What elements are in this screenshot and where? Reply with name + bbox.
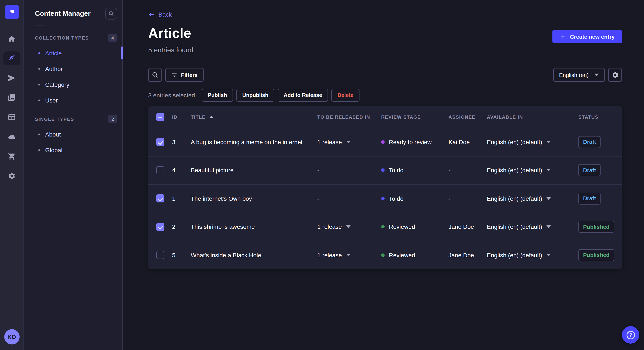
row-release-dropdown[interactable]: - <box>317 195 381 202</box>
nav-deploy-icon[interactable] <box>3 130 20 143</box>
row-checkbox[interactable] <box>156 138 164 146</box>
nav-content-manager-icon[interactable] <box>3 51 20 65</box>
chevron-down-icon <box>346 254 350 256</box>
row-review-stage: Reviewed <box>381 223 448 230</box>
stage-dot-icon <box>381 197 384 200</box>
rail-footer: KD <box>0 323 24 350</box>
nav-releases-icon[interactable] <box>3 71 20 85</box>
row-checkbox[interactable] <box>156 223 164 231</box>
view-settings-button[interactable] <box>608 68 622 82</box>
row-release-dropdown[interactable]: 1 release <box>317 139 381 146</box>
app-window: KD Content Manager COLLECTION TYPES 4 Ar… <box>0 0 644 350</box>
row-title[interactable]: Beautiful picture <box>191 167 317 174</box>
row-locale-dropdown[interactable]: English (en) (default) <box>487 139 578 146</box>
nav-settings-icon[interactable] <box>3 169 20 182</box>
chevron-down-icon <box>546 254 551 256</box>
unpublish-button[interactable]: Unpublish <box>236 89 274 102</box>
row-title[interactable]: The internet's Own boy <box>191 195 317 202</box>
nav-home-icon[interactable] <box>3 32 20 45</box>
sidebar-item-label: Global <box>45 147 62 153</box>
column-header-status[interactable]: STATUS <box>578 114 622 120</box>
publish-button[interactable]: Publish <box>202 89 233 102</box>
column-header-id[interactable]: ID <box>172 114 191 120</box>
row-locale-dropdown[interactable]: English (en) (default) <box>487 223 578 230</box>
row-release-dropdown[interactable]: 1 release <box>317 223 381 230</box>
chevron-down-icon <box>546 197 551 200</box>
column-header-assignee[interactable]: ASSIGNEE <box>448 114 487 120</box>
delete-button[interactable]: Delete <box>332 89 360 102</box>
sidebar-item-author[interactable]: Author <box>24 61 122 77</box>
row-title[interactable]: This shrimp is awesome <box>191 223 317 230</box>
entries-table: ID TITLE TO BE RELEASED IN REVIEW STAGE … <box>148 106 622 269</box>
row-checkbox[interactable] <box>156 194 164 203</box>
row-review-stage: To do <box>381 167 448 174</box>
strapi-logo[interactable] <box>4 5 19 19</box>
search-button[interactable] <box>148 68 162 82</box>
row-locale-dropdown[interactable]: English (en) (default) <box>487 252 578 259</box>
chevron-down-icon <box>346 226 350 228</box>
stage-dot-icon <box>381 140 384 144</box>
column-header-review-stage[interactable]: REVIEW STAGE <box>381 114 448 120</box>
nav-content-type-builder-icon[interactable] <box>3 110 20 124</box>
section-count-badge: 4 <box>108 34 117 42</box>
column-header-title[interactable]: TITLE <box>191 114 317 120</box>
row-release-dropdown[interactable]: 1 release <box>317 252 381 259</box>
filters-button[interactable]: Filters <box>165 68 204 82</box>
row-id: 3 <box>172 139 191 146</box>
nav-media-library-icon[interactable] <box>3 91 20 104</box>
row-title[interactable]: What's inside a Black Hole <box>191 252 317 259</box>
avatar[interactable]: KD <box>4 329 20 345</box>
selection-count-text: 3 entries selected <box>148 92 195 99</box>
nav-marketplace-icon[interactable] <box>3 149 20 163</box>
stage-dot-icon <box>381 169 384 172</box>
row-locale-dropdown[interactable]: English (en) (default) <box>487 167 578 174</box>
chevron-down-icon <box>546 169 551 172</box>
subnav-search-button[interactable] <box>105 8 117 19</box>
sidebar-item-global[interactable]: Global <box>24 142 122 158</box>
row-assignee: Kai Doe <box>448 139 487 146</box>
column-header-to-be-released-in[interactable]: TO BE RELEASED IN <box>317 114 381 120</box>
create-new-entry-button[interactable]: Create new entry <box>552 30 622 43</box>
status-badge: Draft <box>578 164 601 176</box>
row-review-stage: Ready to review <box>381 139 448 146</box>
column-header-available-in[interactable]: AVAILABLE IN <box>487 114 578 120</box>
section-label: SINGLE TYPES <box>35 116 74 121</box>
row-title[interactable]: A bug is becoming a meme on the internet <box>191 139 317 146</box>
table-row[interactable]: 5 What's inside a Black Hole 1 release R… <box>148 241 622 269</box>
sidebar-item-label: Article <box>45 49 62 56</box>
sidebar-item-about[interactable]: About <box>24 126 122 142</box>
row-checkbox[interactable] <box>156 166 164 174</box>
main-content: Back Article Create new entry 5 entries … <box>123 0 644 350</box>
add-to-release-button[interactable]: Add to Release <box>278 89 328 102</box>
row-checkbox[interactable] <box>156 251 164 259</box>
gear-icon <box>612 71 619 78</box>
bullet-icon <box>38 52 40 54</box>
row-release-dropdown[interactable]: - <box>317 167 381 174</box>
stage-dot-icon <box>381 253 384 257</box>
help-button[interactable]: ? <box>622 326 639 344</box>
main-nav-rail: KD <box>0 0 24 350</box>
table-row[interactable]: 4 Beautiful picture - To do - English (e… <box>148 156 622 184</box>
sidebar-item-user[interactable]: User <box>24 92 122 108</box>
bullet-icon <box>38 149 40 151</box>
table-row[interactable]: 2 This shrimp is awesome 1 release Revie… <box>148 212 622 241</box>
bullet-icon <box>38 99 40 101</box>
sidebar-item-category[interactable]: Category <box>24 77 122 92</box>
row-locale-dropdown[interactable]: English (en) (default) <box>487 195 578 202</box>
row-assignee: Jane Doe <box>448 252 487 259</box>
strapi-logo-icon <box>8 8 16 16</box>
back-link[interactable]: Back <box>148 11 172 18</box>
content-manager-subnav: Content Manager COLLECTION TYPES 4 Artic… <box>24 0 123 350</box>
table-row[interactable]: 3 A bug is becoming a meme on the intern… <box>148 128 622 156</box>
entries-count: 5 entries found <box>148 46 622 54</box>
row-id: 4 <box>172 167 191 174</box>
arrow-left-icon <box>148 11 155 18</box>
locale-select[interactable]: English (en) <box>553 68 605 82</box>
select-all-checkbox[interactable] <box>156 113 164 121</box>
table-row[interactable]: 1 The internet's Own boy - To do - Engli… <box>148 184 622 212</box>
sidebar-item-article[interactable]: Article <box>24 45 122 61</box>
status-badge: Draft <box>578 193 601 204</box>
bullet-icon <box>38 84 40 85</box>
subnav-title: Content Manager <box>35 10 90 17</box>
row-review-stage: To do <box>381 195 448 202</box>
